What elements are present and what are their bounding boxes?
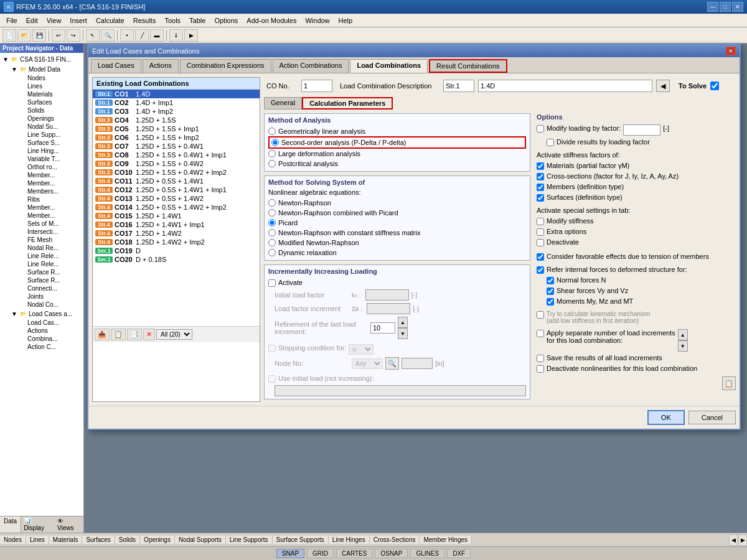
tree-model-data[interactable]: ▼ 📁 Model Data (10, 64, 82, 74)
tree-surfaces[interactable]: Surfaces (19, 98, 82, 106)
status-line-hinges[interactable]: Line Hinges (329, 536, 370, 544)
list-item[interactable]: Str.3CO41.25D + 1.5S (93, 116, 260, 124)
tree-lines[interactable]: Lines (19, 82, 82, 90)
sub-tab-calc-params[interactable]: Calculation Parameters (302, 97, 393, 110)
list-item[interactable]: Str.3CO91.25D + 1.5S + 0.4W2 (93, 159, 260, 168)
toolbar-select[interactable]: ↖ (86, 29, 100, 42)
materials-checkbox[interactable] (537, 162, 544, 170)
ok-button[interactable]: OK (647, 410, 685, 425)
menu-table[interactable]: Table (186, 16, 209, 26)
newton-raphson-radio[interactable] (268, 199, 276, 207)
tree-orthotropic[interactable]: Orthot ro... (19, 163, 82, 171)
tree-nodes[interactable]: Nodes (19, 74, 82, 82)
minimize-button[interactable]: — (707, 2, 718, 12)
toolbar-calc[interactable]: ▶ (184, 29, 198, 42)
dynamic-relax-radio[interactable] (268, 249, 276, 256)
tree-surface-supports[interactable]: Surface S... (19, 139, 82, 147)
refinement-down[interactable]: ▼ (398, 328, 408, 339)
apply-up[interactable]: ▲ (678, 329, 688, 340)
status-openings[interactable]: Openings (140, 536, 175, 544)
divide-results-checkbox[interactable] (547, 139, 554, 146)
menu-insert[interactable]: Insert (66, 16, 91, 26)
modify-loading-checkbox[interactable] (537, 125, 544, 133)
tab-combo-expressions[interactable]: Combination Expressions (180, 59, 271, 73)
status-materials[interactable]: Materials (49, 536, 83, 544)
list-item[interactable]: Str.3CO81.25D + 1.5S + 0.4W1 + Imp1 (93, 151, 260, 159)
tree-action-c[interactable]: Action C... (19, 343, 82, 351)
snap-glines[interactable]: GLINES (410, 549, 444, 558)
deactivate-nonlin-checkbox[interactable] (537, 365, 544, 373)
surfaces-def-checkbox[interactable] (537, 194, 544, 202)
list-item[interactable]: Ser.1CO20D + 0.18S (93, 255, 260, 264)
load-desc-arrow-btn[interactable]: ◀ (656, 80, 670, 92)
nav-views-tab[interactable]: 👁 Views (55, 516, 83, 533)
menu-results[interactable]: Results (129, 16, 160, 26)
second-order-radio[interactable] (271, 139, 279, 146)
menu-addon[interactable]: Add-on Modules (243, 16, 300, 26)
tree-member4[interactable]: Member... (19, 203, 82, 212)
status-surface-supp[interactable]: Surface Supports (273, 536, 329, 544)
list-item[interactable]: Str.4CO131.25D + 0.5S + 1.4W2 (93, 194, 260, 203)
tab-result-combinations[interactable]: Result Combinations (429, 59, 507, 73)
status-nodes[interactable]: Nodes (0, 536, 26, 544)
list-item[interactable]: Str.4CO151.25D + 1.4W1 (93, 212, 260, 220)
geo-linear-radio[interactable] (268, 128, 276, 135)
refer-internal-checkbox[interactable] (537, 266, 544, 274)
list-item[interactable]: Str.3CO51.25D + 1.5S + Imp1 (93, 124, 260, 133)
cancel-button[interactable]: Cancel (688, 411, 736, 424)
tree-ribs[interactable]: Ribs (19, 195, 82, 203)
tree-joints[interactable]: Joints (19, 292, 82, 301)
modified-newton-radio[interactable] (268, 239, 276, 246)
tree-load-cases[interactable]: ▼ 📁 Load Cases a... (10, 309, 82, 319)
moments-checkbox[interactable] (547, 298, 554, 306)
normal-forces-checkbox[interactable] (547, 277, 554, 284)
list-item[interactable]: Str.1CO11.4D (93, 90, 260, 98)
load-desc-prefix-input[interactable] (443, 80, 474, 92)
tree-line-supports[interactable]: Line Supp... (19, 131, 82, 139)
consider-favorable-checkbox[interactable] (537, 253, 544, 261)
toolbar-undo[interactable]: ↩ (52, 29, 65, 42)
tree-nodal-results[interactable]: Nodal Re... (19, 244, 82, 252)
list-item[interactable]: Str.4CO141.25D + 0.5S + 1.4W2 + Imp2 (93, 203, 260, 212)
toolbar-node[interactable]: • (120, 29, 134, 42)
tree-load-cases2[interactable]: Load Cas... (19, 319, 82, 327)
toolbar-redo[interactable]: ↪ (67, 29, 80, 42)
modify-stiffness-checkbox[interactable] (537, 218, 544, 225)
status-surfaces[interactable]: Surfaces (82, 536, 115, 544)
dialog-close-button[interactable]: ✕ (726, 47, 736, 55)
list-item[interactable]: Str.4CO171.25D + 1.4W2 (93, 229, 260, 238)
toolbar-load[interactable]: ⇓ (169, 29, 183, 42)
status-solids[interactable]: Solids (115, 536, 140, 544)
tree-expand-icon[interactable]: ▼ (2, 56, 10, 63)
list-btn-delete[interactable]: ✕ (143, 329, 155, 340)
large-deform-radio[interactable] (268, 150, 276, 157)
modify-loading-input[interactable] (623, 124, 660, 136)
toolbar-member[interactable]: ▬ (150, 29, 164, 42)
newton-picard-radio[interactable] (268, 209, 276, 217)
tree-materials[interactable]: Materials (19, 90, 82, 98)
menu-view[interactable]: View (43, 16, 65, 26)
tree-nodal-supports[interactable]: Nodal Su... (19, 123, 82, 131)
apply-down[interactable]: ▼ (678, 340, 688, 352)
filter-select[interactable]: All (20) Str.1 Str.3 Str.4 Ser.1 (156, 329, 192, 340)
toolbar-zoom[interactable]: 🔍 (101, 29, 115, 42)
next-arrow[interactable]: ▶ (738, 534, 747, 546)
list-item[interactable]: Ser.1CO19D (93, 246, 260, 255)
tree-surface-r1[interactable]: Surface R... (19, 268, 82, 276)
tree-connections[interactable]: Connecti... (19, 284, 82, 292)
tree-root[interactable]: ▼ 📁 CSA S16-19 FIN... (1, 54, 82, 64)
snap-snap[interactable]: SNAP (276, 549, 304, 558)
list-item[interactable]: Str.4CO161.25D + 1.4W1 + Imp1 (93, 220, 260, 229)
menu-window[interactable]: Window (301, 16, 333, 26)
save-results-checkbox[interactable] (537, 355, 544, 362)
tree-intersections[interactable]: Intersecti... (19, 228, 82, 236)
apply-separate-checkbox[interactable] (537, 330, 544, 337)
maximize-button[interactable]: □ (720, 2, 731, 12)
list-item[interactable]: Str.1CO31.4D + Imp2 (93, 107, 260, 116)
tree-surface-r2[interactable]: Surface R... (19, 276, 82, 284)
status-member-hinges[interactable]: Member Hinges (420, 536, 472, 544)
snap-dxf[interactable]: DXF (447, 549, 471, 558)
menu-edit[interactable]: Edit (22, 16, 42, 26)
list-btn-3[interactable]: 📑 (127, 329, 142, 340)
tree-actions[interactable]: Actions (19, 327, 82, 335)
